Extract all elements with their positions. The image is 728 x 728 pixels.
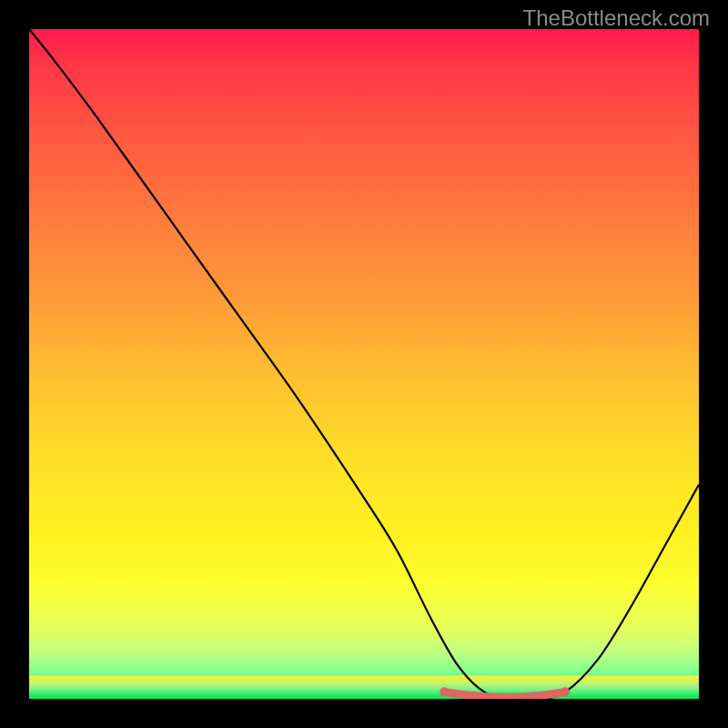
optimal-range-marker [29,29,699,699]
chart-frame [29,29,699,699]
svg-point-0 [440,687,449,696]
watermark-text: TheBottleneck.com [523,5,710,31]
plot-area [29,29,699,699]
svg-point-1 [561,687,570,696]
